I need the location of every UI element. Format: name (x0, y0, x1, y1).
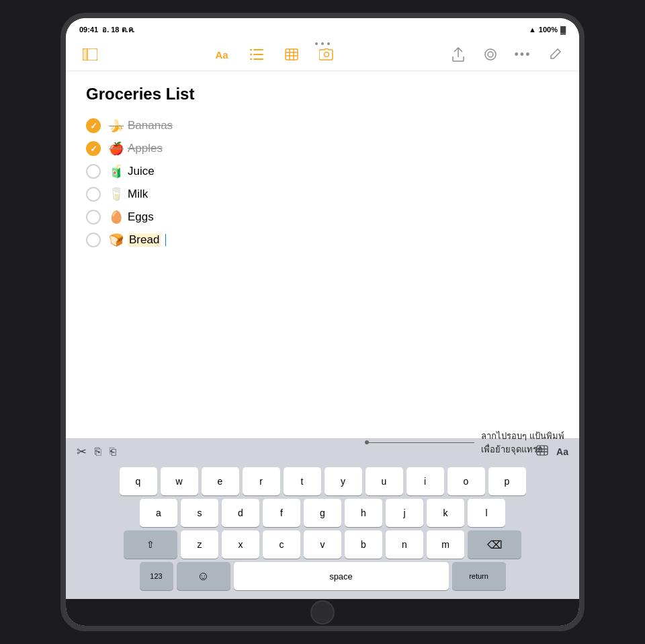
list-item: 🍎 Apples (86, 140, 559, 157)
list-item: 🍞 Bread (86, 231, 559, 249)
key-w[interactable]: w (161, 467, 198, 495)
ipad-frame: 09:41 อ. 18 ต.ค. ▲ 100% ▓ (60, 13, 585, 631)
key-d[interactable]: d (222, 499, 259, 527)
svg-rect-7 (253, 58, 263, 60)
list-item: 🥛 Milk (86, 186, 559, 203)
more-dot-1 (315, 42, 318, 45)
battery-icon: ▓ (560, 26, 566, 34)
key-delete[interactable]: ⌫ (468, 530, 521, 559)
check-eggs[interactable] (86, 210, 101, 225)
camera-button[interactable] (316, 44, 337, 65)
sidebar-button[interactable] (79, 44, 101, 65)
svg-point-15 (485, 49, 496, 60)
item-milk: 🥛 Milk (109, 187, 148, 202)
key-return[interactable]: return (452, 562, 506, 590)
annotation-line (367, 442, 474, 443)
key-x[interactable]: x (222, 530, 259, 559)
paste-button[interactable]: ⎗ (110, 446, 116, 458)
annotation-text: ลากไปรอบๆ แป้นพิมพ์ เพื่อย้ายจุดแทรก (481, 430, 564, 456)
key-g[interactable]: g (304, 499, 341, 527)
key-f[interactable]: f (263, 499, 300, 527)
svg-rect-3 (253, 49, 263, 50)
key-r[interactable]: r (243, 467, 280, 495)
status-right: ▲ 100% ▓ (529, 26, 566, 34)
key-a[interactable]: a (140, 499, 177, 527)
check-milk[interactable] (86, 187, 101, 202)
status-date: อ. 18 ต.ค. (102, 24, 135, 36)
key-k[interactable]: k (427, 499, 464, 527)
list-button[interactable] (246, 44, 267, 65)
key-row-4: 123 ☺ space return (70, 562, 575, 590)
wifi-icon: ▲ (529, 26, 536, 34)
more-dot-2 (321, 42, 324, 45)
key-row-1: q w e r t y u i o p (70, 467, 575, 495)
item-eggs: 🥚 Eggs (109, 210, 154, 225)
key-s[interactable]: s (181, 499, 218, 527)
toolbar-right: ••• (447, 44, 566, 65)
key-b[interactable]: b (345, 530, 382, 559)
svg-rect-9 (286, 49, 298, 60)
check-bread[interactable] (86, 233, 101, 247)
key-row-2: a s d f g h j k l (70, 499, 575, 527)
note-title: Groceries List (86, 85, 559, 104)
key-t[interactable]: t (284, 467, 321, 495)
key-q[interactable]: q (120, 467, 157, 495)
key-p[interactable]: p (488, 467, 526, 495)
key-space[interactable]: space (234, 562, 449, 590)
key-shift[interactable]: ⇧ (124, 530, 177, 559)
key-n[interactable]: n (386, 530, 423, 559)
emoji-eggs: 🥚 (109, 210, 124, 225)
copy-button[interactable]: ⎘ (95, 446, 101, 458)
key-z[interactable]: z (181, 530, 218, 559)
key-u[interactable]: u (366, 467, 403, 495)
key-v[interactable]: v (304, 530, 341, 559)
toolbar-center: Aa (211, 44, 337, 65)
note-content: Groceries List 🍌 Bananas 🍎 Apples (66, 71, 579, 438)
key-h[interactable]: h (345, 499, 382, 527)
key-emoji[interactable]: ☺ (177, 562, 230, 590)
find-button[interactable] (480, 44, 501, 65)
table-button[interactable] (281, 44, 302, 65)
toolbar-left (79, 44, 101, 65)
annotation: ลากไปรอบๆ แป้นพิมพ์ เพื่อย้ายจุดแทรก (367, 430, 564, 456)
svg-point-4 (250, 49, 252, 51)
more-button[interactable]: ••• (512, 44, 533, 65)
check-apples[interactable] (86, 141, 101, 156)
key-y[interactable]: y (325, 467, 362, 495)
home-button[interactable] (310, 600, 335, 625)
battery-status: 100% (539, 26, 558, 34)
emoji-juice: 🧃 (109, 164, 124, 179)
status-bar: 09:41 อ. 18 ต.ค. ▲ 100% ▓ (66, 18, 579, 38)
home-area (66, 599, 579, 626)
svg-point-6 (250, 54, 252, 56)
keyboard-keys: q w e r t y u i o p a s (66, 465, 579, 599)
key-j[interactable]: j (386, 499, 423, 527)
item-juice: 🧃 Juice (109, 164, 155, 179)
key-m[interactable]: m (427, 530, 464, 559)
more-dot-3 (327, 42, 330, 45)
list-item: 🧃 Juice (86, 163, 559, 180)
check-bananas[interactable] (86, 118, 101, 133)
status-time: 09:41 (79, 26, 98, 34)
keyboard-area: ✂ ⎘ ⎗ (66, 438, 579, 599)
check-juice[interactable] (86, 164, 101, 179)
item-apples: 🍎 Apples (109, 141, 163, 156)
key-c[interactable]: c (263, 530, 300, 559)
key-num[interactable]: 123 (140, 562, 173, 590)
share-button[interactable] (447, 44, 469, 65)
key-o[interactable]: o (447, 467, 485, 495)
emoji-bread: 🍞 (109, 233, 124, 247)
kb-toolbar-left: ✂ ⎘ ⎗ (77, 444, 116, 459)
format-button[interactable]: Aa (211, 44, 232, 65)
key-l[interactable]: l (468, 499, 505, 527)
emoji-milk: 🥛 (109, 187, 124, 202)
cut-button[interactable]: ✂ (77, 444, 87, 459)
key-e[interactable]: e (202, 467, 239, 495)
emoji-apples: 🍎 (109, 141, 124, 156)
key-i[interactable]: i (406, 467, 444, 495)
status-left: 09:41 อ. 18 ต.ค. (79, 24, 135, 36)
key-row-3: ⇧ z x c v b n m ⌫ (70, 530, 575, 559)
compose-button[interactable] (544, 44, 566, 65)
annotation-endpoint (365, 440, 369, 444)
ipad-screen: 09:41 อ. 18 ต.ค. ▲ 100% ▓ (66, 18, 579, 626)
